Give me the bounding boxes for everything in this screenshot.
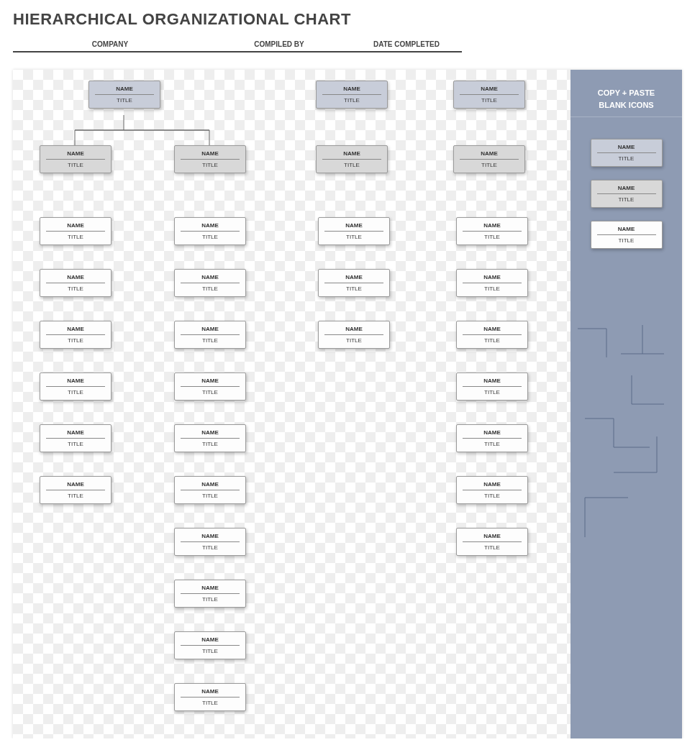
org-node-leaf-0-1-3[interactable]: NAMETITLE xyxy=(174,372,246,401)
page-title: HIERARCHICAL ORGANIZATIONAL CHART xyxy=(0,0,700,33)
node-name: NAME xyxy=(317,146,387,159)
node-title: TITLE xyxy=(457,387,527,400)
node-title: TITLE xyxy=(591,194,662,207)
node-name: NAME xyxy=(319,270,389,283)
sidebar-template-node-lvl3[interactable]: NAMETITLE xyxy=(591,221,663,249)
node-name: NAME xyxy=(317,81,387,94)
node-title: TITLE xyxy=(175,387,245,400)
org-node-leaf-0-1-2[interactable]: NAMETITLE xyxy=(174,321,246,349)
node-name: NAME xyxy=(454,146,524,159)
sidebar-connector-samples xyxy=(571,321,682,552)
org-node-leaf-2-0-3[interactable]: NAMETITLE xyxy=(456,372,528,401)
sidebar-template-node-lvl2[interactable]: NAMETITLE xyxy=(591,180,663,208)
node-name: NAME xyxy=(457,321,527,334)
node-title: TITLE xyxy=(175,232,245,244)
org-node-top-0[interactable]: NAMETITLE xyxy=(88,81,160,109)
org-node-leaf-0-1-8[interactable]: NAMETITLE xyxy=(174,631,246,659)
org-node-leaf-2-0-4[interactable]: NAMETITLE xyxy=(456,424,528,452)
org-node-leaf-2-0-0[interactable]: NAMETITLE xyxy=(456,217,528,245)
org-node-leaf-0-0-4[interactable]: NAMETITLE xyxy=(40,424,112,452)
node-title: TITLE xyxy=(457,232,527,244)
node-title: TITLE xyxy=(317,95,387,108)
org-node-leaf-0-0-1[interactable]: NAMETITLE xyxy=(40,269,112,297)
node-name: NAME xyxy=(457,425,527,438)
org-node-leaf-0-1-9[interactable]: NAMETITLE xyxy=(174,683,246,711)
org-node-leaf-1-0-0[interactable]: NAMETITLE xyxy=(318,217,390,245)
org-node-leaf-0-1-5[interactable]: NAMETITLE xyxy=(174,476,246,504)
org-node-mid-2-0[interactable]: NAMETITLE xyxy=(453,145,525,173)
node-name: NAME xyxy=(40,321,111,334)
node-title: TITLE xyxy=(319,283,389,296)
node-name: NAME xyxy=(40,477,111,490)
org-node-leaf-0-0-5[interactable]: NAMETITLE xyxy=(40,476,112,504)
node-title: TITLE xyxy=(457,542,527,555)
org-node-leaf-2-0-6[interactable]: NAMETITLE xyxy=(456,528,528,556)
node-title: TITLE xyxy=(175,283,245,296)
node-title: TITLE xyxy=(457,335,527,348)
node-name: NAME xyxy=(454,81,524,94)
node-name: NAME xyxy=(175,321,245,334)
node-title: TITLE xyxy=(175,594,245,607)
node-name: NAME xyxy=(175,425,245,438)
node-title: TITLE xyxy=(319,335,389,348)
node-title: TITLE xyxy=(591,235,662,248)
sidebar-template-node-lvl1[interactable]: NAMETITLE xyxy=(591,139,663,167)
org-node-leaf-0-1-1[interactable]: NAMETITLE xyxy=(174,269,246,297)
org-node-leaf-0-1-4[interactable]: NAMETITLE xyxy=(174,424,246,452)
node-name: NAME xyxy=(175,632,245,645)
org-node-top-1[interactable]: NAMETITLE xyxy=(316,81,388,109)
node-title: TITLE xyxy=(457,283,527,296)
org-node-leaf-2-0-2[interactable]: NAMETITLE xyxy=(456,321,528,349)
node-name: NAME xyxy=(40,270,111,283)
node-name: NAME xyxy=(319,218,389,231)
node-name: NAME xyxy=(89,81,160,94)
node-name: NAME xyxy=(40,146,111,159)
org-node-mid-0-1[interactable]: NAMETITLE xyxy=(174,145,246,173)
node-name: NAME xyxy=(457,529,527,541)
node-title: TITLE xyxy=(40,490,111,503)
org-node-leaf-2-0-1[interactable]: NAMETITLE xyxy=(456,269,528,297)
org-node-leaf-0-1-0[interactable]: NAMETITLE xyxy=(174,217,246,245)
org-node-top-2[interactable]: NAMETITLE xyxy=(453,81,525,109)
org-node-leaf-0-0-3[interactable]: NAMETITLE xyxy=(40,372,112,401)
node-title: TITLE xyxy=(40,283,111,296)
org-chart-canvas[interactable]: NAMETITLENAMETITLENAMETITLENAMETITLENAME… xyxy=(13,70,682,738)
node-name: NAME xyxy=(40,218,111,231)
org-node-leaf-2-0-5[interactable]: NAMETITLE xyxy=(456,476,528,504)
node-title: TITLE xyxy=(40,335,111,348)
node-name: NAME xyxy=(591,221,662,234)
node-title: TITLE xyxy=(40,160,111,173)
header-date-completed: DATE COMPLETED xyxy=(351,37,462,51)
node-title: TITLE xyxy=(175,542,245,555)
org-node-leaf-0-0-2[interactable]: NAMETITLE xyxy=(40,321,112,349)
header-compiled-by: COMPILED BY xyxy=(207,37,351,51)
node-title: TITLE xyxy=(319,232,389,244)
node-title: TITLE xyxy=(175,646,245,659)
node-name: NAME xyxy=(175,684,245,697)
node-title: TITLE xyxy=(89,95,160,108)
node-name: NAME xyxy=(457,477,527,490)
node-title: TITLE xyxy=(591,153,662,166)
org-node-leaf-1-0-1[interactable]: NAMETITLE xyxy=(318,269,390,297)
node-name: NAME xyxy=(175,146,245,159)
node-title: TITLE xyxy=(175,490,245,503)
org-node-leaf-0-1-6[interactable]: NAMETITLE xyxy=(174,528,246,556)
node-name: NAME xyxy=(175,580,245,593)
node-title: TITLE xyxy=(457,439,527,452)
node-title: TITLE xyxy=(175,335,245,348)
node-title: TITLE xyxy=(40,387,111,400)
org-node-leaf-1-0-2[interactable]: NAMETITLE xyxy=(318,321,390,349)
node-title: TITLE xyxy=(40,439,111,452)
org-node-mid-0-0[interactable]: NAMETITLE xyxy=(40,145,112,173)
node-title: TITLE xyxy=(457,490,527,503)
org-node-leaf-0-0-0[interactable]: NAMETITLE xyxy=(40,217,112,245)
org-node-leaf-0-1-7[interactable]: NAMETITLE xyxy=(174,580,246,608)
node-name: NAME xyxy=(457,270,527,283)
node-name: NAME xyxy=(175,529,245,541)
node-name: NAME xyxy=(175,218,245,231)
org-node-mid-1-0[interactable]: NAMETITLE xyxy=(316,145,388,173)
header-row: COMPANY COMPILED BY DATE COMPLETED xyxy=(13,37,462,52)
header-company: COMPANY xyxy=(13,37,207,51)
node-name: NAME xyxy=(175,373,245,386)
node-name: NAME xyxy=(591,140,662,152)
